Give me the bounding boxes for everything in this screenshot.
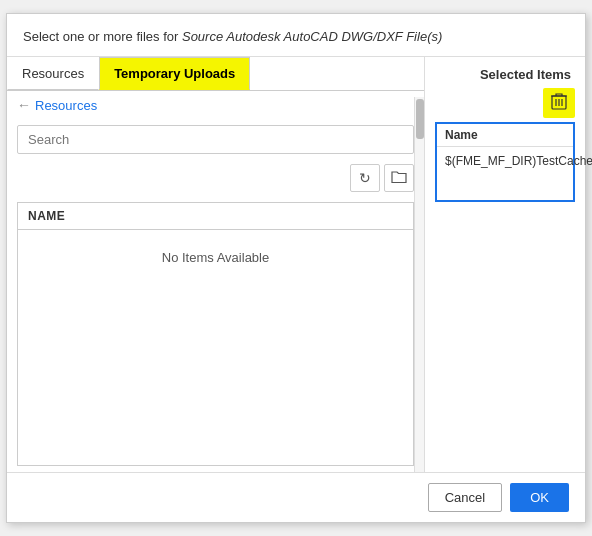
delete-selected-button[interactable] <box>543 88 575 118</box>
tab-temporary-uploads[interactable]: Temporary Uploads <box>99 57 250 90</box>
search-row <box>7 119 424 160</box>
file-table-empty-message: No Items Available <box>18 230 413 285</box>
resources-breadcrumb-link[interactable]: Resources <box>35 98 97 113</box>
tab-resources[interactable]: Resources <box>7 57 99 90</box>
selected-items-header: Selected Items <box>435 67 575 82</box>
breadcrumb: ← Resources <box>7 91 424 119</box>
scroll-thumb[interactable] <box>416 99 424 139</box>
dialog-body: Resources Temporary Uploads ← Resources … <box>7 57 585 472</box>
file-table: NAME No Items Available <box>17 202 414 466</box>
search-input[interactable] <box>17 125 414 154</box>
cancel-button[interactable]: Cancel <box>428 483 502 512</box>
ok-button[interactable]: OK <box>510 483 569 512</box>
selected-item-name: $(FME_MF_DIR)TestCache.dwg <box>445 153 592 170</box>
trash-icon <box>551 92 567 114</box>
dialog-header: Select one or more files for Source Auto… <box>7 14 585 57</box>
left-panel: Resources Temporary Uploads ← Resources … <box>7 57 425 472</box>
list-item: $(FME_MF_DIR)TestCache.dwg × <box>437 147 573 176</box>
toolbar-row: ↻ <box>7 160 424 196</box>
dialog-title: Select one or more files for Source Auto… <box>23 28 569 46</box>
back-arrow-icon: ← <box>17 97 31 113</box>
dialog-footer: Cancel OK <box>7 472 585 522</box>
tabs-container: Resources Temporary Uploads <box>7 57 424 91</box>
delete-btn-row <box>435 88 575 118</box>
file-table-header: NAME <box>18 203 413 230</box>
folder-button[interactable] <box>384 164 414 192</box>
refresh-icon: ↻ <box>359 170 371 186</box>
folder-icon <box>391 170 407 187</box>
selected-items-column-header: Name <box>437 124 573 147</box>
scrollbar[interactable] <box>414 97 424 472</box>
selected-items-box: Name $(FME_MF_DIR)TestCache.dwg × <box>435 122 575 202</box>
refresh-button[interactable]: ↻ <box>350 164 380 192</box>
dialog: Select one or more files for Source Auto… <box>6 13 586 523</box>
right-panel: Selected Items <box>425 57 585 472</box>
